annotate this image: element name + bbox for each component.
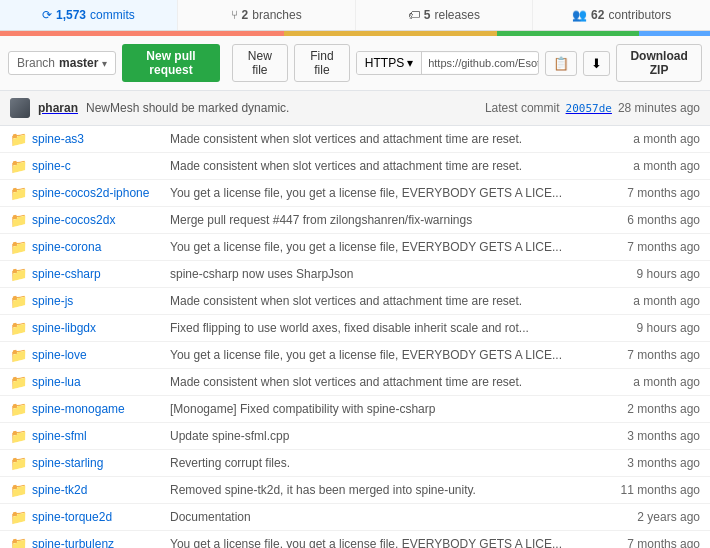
contributors-count: 62 — [591, 8, 604, 22]
file-name: spine-monogame — [32, 402, 125, 416]
new-file-button[interactable]: New file — [232, 44, 288, 82]
time-link[interactable]: 7 months ago — [627, 240, 700, 254]
clone-url-group: HTTPS ▾ — [356, 51, 539, 75]
find-file-button[interactable]: Find file — [294, 44, 350, 82]
commit-message-link[interactable]: Merge pull request #447 from zilongshanr… — [170, 213, 472, 227]
time-link[interactable]: a month ago — [633, 375, 700, 389]
branch-caret-icon: ▾ — [102, 58, 107, 69]
table-row: 📁 spine-as3 Made consistent when slot ve… — [0, 126, 710, 153]
time-link[interactable]: 2 years ago — [637, 510, 700, 524]
commit-message-link[interactable]: Documentation — [170, 510, 251, 524]
open-desktop-button[interactable]: ⬇ — [583, 51, 610, 76]
commit-message-link[interactable]: Made consistent when slot vertices and a… — [170, 132, 522, 146]
file-name-link[interactable]: 📁 spine-tk2d — [10, 482, 150, 498]
clone-url-input[interactable] — [422, 53, 539, 73]
file-name-cell: 📁 spine-tk2d — [0, 477, 160, 504]
commit-message-link[interactable]: You get a license file, you get a licens… — [170, 186, 562, 200]
folder-icon: 📁 — [10, 239, 27, 255]
commit-message-link[interactable]: You get a license file, you get a licens… — [170, 537, 562, 548]
folder-icon: 📁 — [10, 266, 27, 282]
https-dropdown-button[interactable]: HTTPS ▾ — [357, 52, 422, 74]
time-cell: 9 hours ago — [600, 261, 710, 288]
time-cell: 9 hours ago — [600, 315, 710, 342]
commit-message-cell: Fixed flipping to use world axes, fixed … — [160, 315, 600, 342]
time-link[interactable]: 2 months ago — [627, 402, 700, 416]
new-pull-request-button[interactable]: New pull request — [122, 44, 219, 82]
file-name: spine-libgdx — [32, 321, 96, 335]
table-row: 📁 spine-lua Made consistent when slot ve… — [0, 369, 710, 396]
file-name-link[interactable]: 📁 spine-cocos2d-iphone — [10, 185, 150, 201]
file-name-link[interactable]: 📁 spine-lua — [10, 374, 150, 390]
file-name-link[interactable]: 📁 spine-sfml — [10, 428, 150, 444]
contributors-stat[interactable]: 👥 62 contributors — [533, 0, 710, 30]
commit-message-link[interactable]: spine-csharp now uses SharpJson — [170, 267, 353, 281]
file-name-link[interactable]: 📁 spine-csharp — [10, 266, 150, 282]
time-cell: 7 months ago — [600, 180, 710, 207]
commit-message-link[interactable]: Made consistent when slot vertices and a… — [170, 375, 522, 389]
time-link[interactable]: 3 months ago — [627, 456, 700, 470]
commit-author-link[interactable]: pharan — [38, 101, 78, 115]
time-link[interactable]: a month ago — [633, 159, 700, 173]
table-row: 📁 spine-corona You get a license file, y… — [0, 234, 710, 261]
time-link[interactable]: 9 hours ago — [637, 321, 700, 335]
commit-message-cell: Merge pull request #447 from zilongshanr… — [160, 207, 600, 234]
branches-stat[interactable]: ⑂ 2 branches — [178, 0, 356, 30]
copy-url-button[interactable]: 📋 — [545, 51, 577, 76]
file-name: spine-js — [32, 294, 73, 308]
time-link[interactable]: a month ago — [633, 294, 700, 308]
commits-stat[interactable]: ⟳ 1,573 commits — [0, 0, 178, 30]
file-name-link[interactable]: 📁 spine-corona — [10, 239, 150, 255]
time-link[interactable]: 6 months ago — [627, 213, 700, 227]
file-name-cell: 📁 spine-cocos2dx — [0, 207, 160, 234]
table-row: 📁 spine-torque2d Documentation 2 years a… — [0, 504, 710, 531]
commit-message-cell: Made consistent when slot vertices and a… — [160, 153, 600, 180]
time-link[interactable]: 11 months ago — [621, 483, 700, 497]
time-cell: 3 months ago — [600, 450, 710, 477]
commit-hash-link[interactable]: 20057de — [566, 101, 612, 115]
file-name: spine-cocos2d-iphone — [32, 186, 149, 200]
table-row: 📁 spine-monogame [Monogame] Fixed compat… — [0, 396, 710, 423]
file-name-link[interactable]: 📁 spine-turbulenz — [10, 536, 150, 548]
file-name-link[interactable]: 📁 spine-monogame — [10, 401, 150, 417]
commit-message-cell: You get a license file, you get a licens… — [160, 342, 600, 369]
time-link[interactable]: 7 months ago — [627, 186, 700, 200]
file-name-link[interactable]: 📁 spine-libgdx — [10, 320, 150, 336]
time-link[interactable]: 9 hours ago — [637, 267, 700, 281]
commit-message-link[interactable]: Removed spine-tk2d, it has been merged i… — [170, 483, 476, 497]
commit-message-link[interactable]: Made consistent when slot vertices and a… — [170, 159, 522, 173]
commit-message-link[interactable]: Update spine-sfml.cpp — [170, 429, 289, 443]
time-link[interactable]: 7 months ago — [627, 537, 700, 548]
time-cell: a month ago — [600, 369, 710, 396]
commit-message-cell: Documentation — [160, 504, 600, 531]
file-name-link[interactable]: 📁 spine-starling — [10, 455, 150, 471]
table-row: 📁 spine-cocos2d-iphone You get a license… — [0, 180, 710, 207]
time-link[interactable]: 7 months ago — [627, 348, 700, 362]
file-table: 📁 spine-as3 Made consistent when slot ve… — [0, 126, 710, 548]
table-row: 📁 spine-csharp spine-csharp now uses Sha… — [0, 261, 710, 288]
commit-message-link[interactable]: You get a license file, you get a licens… — [170, 240, 562, 254]
file-name-cell: 📁 spine-sfml — [0, 423, 160, 450]
file-name-link[interactable]: 📁 spine-cocos2dx — [10, 212, 150, 228]
branch-selector[interactable]: Branch master ▾ — [8, 51, 116, 75]
folder-icon: 📁 — [10, 455, 27, 471]
file-name-link[interactable]: 📁 spine-torque2d — [10, 509, 150, 525]
lang-seg-2 — [284, 31, 497, 36]
commit-message-link[interactable]: Fixed flipping to use world axes, fixed … — [170, 321, 529, 335]
file-name-link[interactable]: 📁 spine-js — [10, 293, 150, 309]
releases-stat[interactable]: 🏷 5 releases — [356, 0, 534, 30]
file-name-link[interactable]: 📁 spine-as3 — [10, 131, 150, 147]
commit-message-link[interactable]: Made consistent when slot vertices and a… — [170, 294, 522, 308]
commit-message-link[interactable]: Reverting corrupt files. — [170, 456, 290, 470]
file-name-link[interactable]: 📁 spine-love — [10, 347, 150, 363]
commit-message-link[interactable]: You get a license file, you get a licens… — [170, 348, 562, 362]
time-link[interactable]: a month ago — [633, 132, 700, 146]
download-zip-button[interactable]: Download ZIP — [616, 44, 702, 82]
time-link[interactable]: 3 months ago — [627, 429, 700, 443]
latest-commit-row: pharan NewMesh should be marked dynamic.… — [0, 91, 710, 126]
commit-message-link[interactable]: [Monogame] Fixed compatibility with spin… — [170, 402, 435, 416]
commits-icon: ⟳ — [42, 8, 52, 22]
avatar — [10, 98, 30, 118]
folder-icon: 📁 — [10, 374, 27, 390]
file-name: spine-tk2d — [32, 483, 87, 497]
file-name-link[interactable]: 📁 spine-c — [10, 158, 150, 174]
